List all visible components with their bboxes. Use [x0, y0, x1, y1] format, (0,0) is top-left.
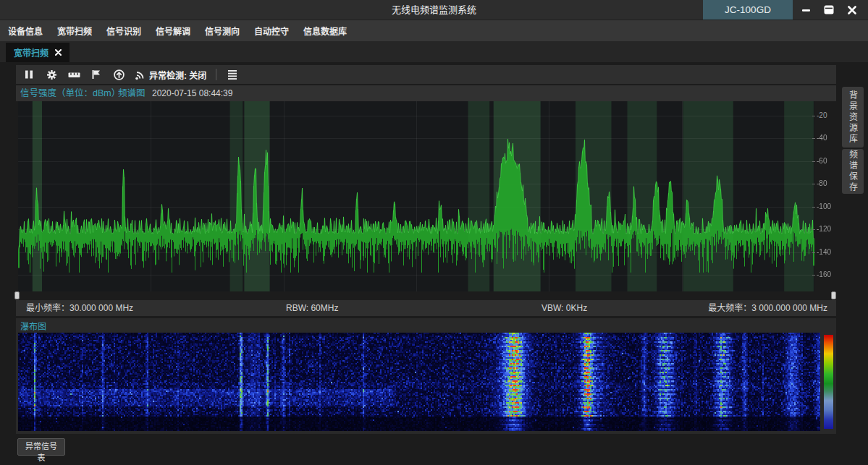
tab-label: 宽带扫频 — [14, 46, 49, 59]
y-axis-tick-label: -140 — [817, 248, 838, 256]
upload-button[interactable] — [112, 68, 125, 81]
menu-item-6[interactable]: 自动控守 — [249, 25, 294, 37]
title-bar: 无线电频谱监测系统 JC-100GD — [0, 0, 868, 20]
vbw-label: VBW: 0KHz — [542, 300, 587, 316]
menu-item-5[interactable]: 信号测向 — [200, 25, 245, 37]
close-button[interactable] — [843, 0, 861, 20]
spectrum-subtitle: 频谱图 — [118, 85, 146, 101]
y-axis-tick-label: -80 — [817, 179, 838, 187]
waterfall-title: 瀑布图 — [20, 320, 46, 332]
y-axis-tick-label: -160 — [817, 270, 838, 278]
gear-icon — [46, 69, 57, 80]
y-axis-tick-label: -40 — [817, 134, 838, 142]
abnormal-signal-table-button[interactable]: 异常信号表 — [17, 438, 65, 456]
waterfall-colorbar — [824, 335, 833, 429]
marker-button[interactable] — [90, 68, 103, 81]
toolbar-separator — [216, 69, 216, 80]
device-model-badge: JC-100GD — [703, 0, 793, 20]
frequency-status-bar: 最小频率：30.000 000 MHz RBW: 60MHz VBW: 0KHz… — [16, 300, 836, 316]
menu-item-7[interactable]: 信息数据库 — [298, 25, 352, 37]
menu-item-1[interactable]: 设备信息 — [3, 25, 48, 37]
rbw-label: RBW: 60MHz — [286, 300, 338, 316]
max-frequency-label: 最大频率：3 000.000 000 MHz — [708, 300, 827, 316]
tab-broadband-scan[interactable]: 宽带扫频 — [6, 43, 69, 62]
spectrum-title: 信号强度（单位：dBm） — [20, 85, 120, 101]
freq-range-slider-left-handle[interactable] — [14, 291, 20, 299]
maximize-icon — [824, 5, 834, 14]
pause-button[interactable] — [22, 68, 35, 81]
measure-button[interactable] — [67, 68, 80, 81]
tab-strip: 宽带扫频 — [0, 41, 868, 62]
pause-icon — [24, 69, 34, 80]
freq-range-slider-right-handle[interactable] — [831, 291, 836, 299]
menu-bar: 设备信息宽带扫频信号识别信号解调信号测向自动控守信息数据库 — [0, 20, 868, 41]
y-axis-tick-label: -100 — [817, 202, 838, 210]
spectrum-header: 信号强度（单位：dBm） 频谱图 2020-07-15 08:44:39 — [16, 85, 836, 101]
spectrum-timestamp: 2020-07-15 08:44:39 — [152, 85, 232, 101]
y-axis-tick-label: -120 — [817, 225, 838, 233]
anomaly-detection-toggle[interactable]: 异常检测: 关闭 — [135, 69, 206, 81]
list-menu-button[interactable] — [226, 68, 239, 81]
signal-icon — [135, 69, 146, 80]
y-axis-tick-label: -20 — [817, 111, 838, 119]
waterfall-canvas[interactable] — [18, 333, 820, 431]
y-axis-tick-label: -60 — [817, 157, 838, 165]
settings-button[interactable] — [45, 68, 58, 81]
close-icon — [848, 6, 856, 14]
ruler-icon — [68, 70, 80, 80]
minimize-button[interactable] — [796, 0, 815, 20]
circle-up-arrow-icon — [114, 69, 125, 80]
min-frequency-label: 最小频率：30.000 000 MHz — [26, 300, 133, 316]
toolbar: 异常检测: 关闭 — [16, 65, 836, 84]
menu-item-4[interactable]: 信号解调 — [151, 25, 195, 37]
spectrum-save-button[interactable]: 频谱保存 — [842, 149, 864, 194]
anomaly-detection-label: 异常检测: 关闭 — [149, 69, 206, 81]
minimize-icon — [801, 5, 811, 14]
maximize-button[interactable] — [819, 0, 838, 20]
spectrum-canvas[interactable] — [18, 101, 814, 291]
waterfall-panel: 瀑布图 — [16, 318, 836, 434]
menu-item-3[interactable]: 信号识别 — [101, 25, 146, 37]
flag-icon — [91, 69, 101, 80]
background-resource-library-button[interactable]: 背景资源库 — [842, 87, 864, 148]
menu-item-2[interactable]: 宽带扫频 — [52, 25, 97, 37]
menu-lines-icon — [227, 69, 237, 80]
tab-close-icon[interactable] — [55, 49, 62, 56]
